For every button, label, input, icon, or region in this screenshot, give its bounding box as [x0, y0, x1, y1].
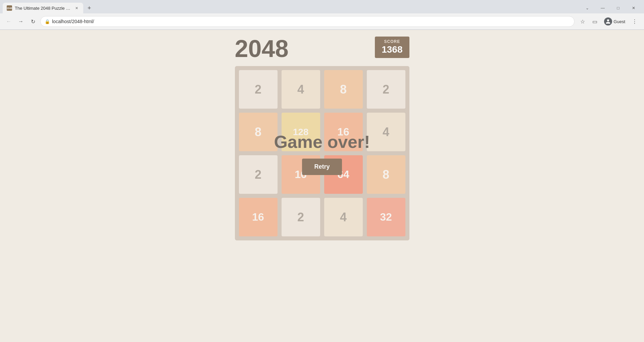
tab-favicon: 2048 [7, 5, 12, 11]
game-board-wrapper: 24828128164216648162432 Game over! Retry [235, 66, 409, 240]
bookmark-button[interactable]: ☆ [577, 16, 588, 27]
browser-chrome: 2048 The Ultimate 2048 Puzzle Game ✕ + ⌄… [0, 0, 644, 30]
page-content: 2048 SCORE 1368 24828128164216648162432 … [0, 30, 644, 342]
maximize-button[interactable]: □ [610, 3, 626, 13]
game-title: 2048 [235, 37, 289, 61]
back-button[interactable]: ← [4, 17, 13, 26]
address-bar[interactable]: 🔒 localhost/2048-html/ [40, 16, 575, 27]
user-label: Guest [613, 19, 625, 24]
retry-button[interactable]: Retry [302, 159, 342, 175]
score-box: SCORE 1368 [375, 37, 409, 58]
close-button[interactable]: ✕ [626, 3, 641, 13]
game-container: 2048 SCORE 1368 24828128164216648162432 … [235, 37, 409, 240]
game-over-overlay: Game over! Retry [235, 66, 409, 240]
reload-button[interactable]: ↻ [28, 17, 38, 26]
tab-sidebar-button[interactable]: ▭ [589, 16, 600, 27]
user-profile-button[interactable]: Guest [601, 16, 628, 27]
score-value: 1368 [382, 44, 402, 55]
lock-icon: 🔒 [45, 19, 50, 24]
tab-close-button[interactable]: ✕ [74, 5, 79, 11]
game-over-text: Game over! [274, 132, 370, 152]
address-text: localhost/2048-html/ [52, 19, 570, 24]
user-avatar [604, 17, 612, 25]
tab-list-button[interactable]: ⌄ [580, 3, 595, 13]
window-controls: ⌄ — □ ✕ [580, 3, 641, 13]
active-tab[interactable]: 2048 The Ultimate 2048 Puzzle Game ✕ [3, 3, 83, 13]
tab-title: The Ultimate 2048 Puzzle Game [15, 6, 71, 11]
tab-bar: 2048 The Ultimate 2048 Puzzle Game ✕ + ⌄… [0, 0, 644, 13]
forward-button[interactable]: → [16, 17, 26, 26]
game-header: 2048 SCORE 1368 [235, 37, 409, 61]
browser-actions: ☆ ▭ Guest ⋮ [577, 16, 640, 27]
score-label: SCORE [382, 39, 402, 44]
new-tab-button[interactable]: + [85, 3, 94, 13]
navigation-bar: ← → ↻ 🔒 localhost/2048-html/ ☆ ▭ Guest ⋮ [0, 13, 644, 30]
menu-button[interactable]: ⋮ [629, 16, 640, 27]
minimize-button[interactable]: — [595, 3, 610, 13]
